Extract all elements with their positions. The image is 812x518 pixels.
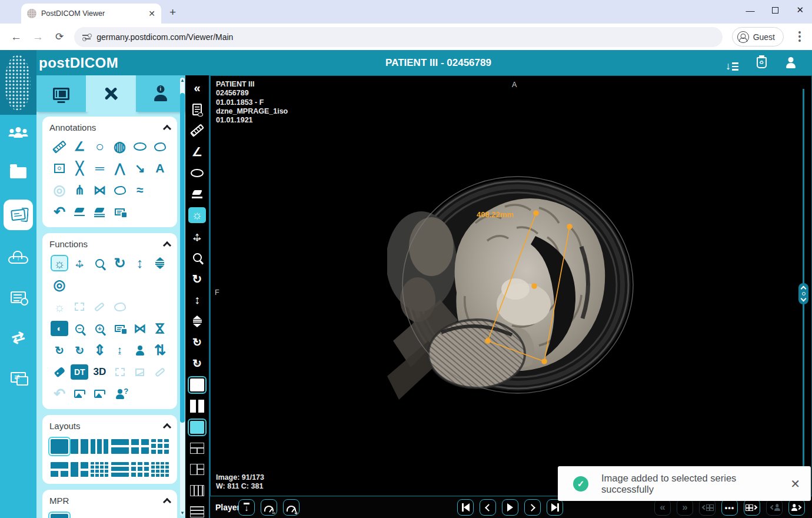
toolbar-scroll-tool[interactable]: ↕ (188, 292, 206, 308)
toolbar-eraser-tool[interactable] (188, 186, 206, 202)
sidebar-item-patient-list[interactable] (4, 119, 33, 145)
toolbar-layout-three-rows[interactable] (188, 504, 206, 518)
layout-2x2[interactable] (131, 439, 149, 454)
toolbar-ellipse-tool[interactable] (188, 165, 206, 181)
dt-tool[interactable]: DT (71, 364, 88, 380)
play-button[interactable] (502, 499, 518, 516)
layout-one-left-two-right[interactable] (71, 462, 88, 477)
panel-scrollbar[interactable]: ▲ ▼ (180, 78, 185, 516)
previous-layout-button[interactable] (699, 499, 716, 516)
tab-close-icon[interactable]: ✕ (148, 9, 155, 18)
toolbar-pan-tool[interactable] (188, 228, 206, 244)
image-viewport[interactable]: 408.22mm PATIENT III 02456789 01.01.1853… (210, 75, 812, 496)
speed-up-button[interactable] (283, 499, 299, 516)
site-settings-icon[interactable] (82, 34, 91, 41)
closed-freehand-tool[interactable] (111, 182, 129, 198)
previous-patient-button[interactable] (766, 499, 783, 516)
intersecting-lines-tool[interactable]: ⋔ (71, 182, 88, 198)
freehand-tool[interactable] (151, 138, 169, 155)
layout-4x4[interactable] (151, 462, 169, 477)
cobb-angle-tool[interactable]: ⋈ (91, 182, 108, 198)
toolbar-rotate-tool[interactable]: ↻ (188, 271, 206, 287)
toolbar-layout-one-plus-two[interactable] (188, 440, 206, 456)
layout-1x1[interactable] (51, 439, 68, 454)
patient-orientation-tool[interactable] (131, 342, 149, 358)
window-close-button[interactable]: ✕ (796, 5, 804, 15)
next-image-button[interactable] (524, 499, 541, 516)
probe-tool[interactable]: ◎ (51, 182, 68, 198)
url-text[interactable]: germany.postdicom.com/Viewer/Main (96, 32, 233, 42)
reset-window-level-tool[interactable]: ↻ (71, 342, 88, 358)
tab-patient-info[interactable] (136, 75, 185, 112)
next-patient-button[interactable] (788, 499, 805, 516)
toolbar-layout-single[interactable] (188, 377, 206, 393)
layout-3x1[interactable] (111, 462, 129, 477)
stack-scroll-tool[interactable] (151, 255, 169, 271)
scrollbar-thumb[interactable] (180, 93, 185, 423)
collapse-annotations-icon[interactable] (163, 125, 171, 133)
first-image-button[interactable] (457, 499, 474, 516)
speed-down-button[interactable] (261, 499, 277, 516)
image-scroll-thumb[interactable] (798, 283, 808, 304)
tab-tools[interactable] (86, 75, 135, 112)
layout-3x3-small[interactable] (131, 462, 149, 477)
parallel-lines-tool[interactable]: ═ (91, 160, 108, 177)
new-tab-button[interactable]: + (169, 6, 176, 19)
sidebar-item-remote-workstations[interactable] (4, 364, 33, 390)
filled-ellipse-tool[interactable]: ◍ (111, 138, 129, 155)
collapse-vertical-tool[interactable]: ↨ (111, 342, 129, 358)
select-region-tool[interactable] (71, 298, 88, 315)
freehand-region-tool[interactable] (111, 298, 129, 315)
window-level-tool[interactable]: ☼ (51, 255, 68, 271)
text-tool[interactable]: A (151, 160, 169, 177)
collapse-functions-icon[interactable] (163, 241, 171, 250)
sidebar-item-order-list[interactable] (4, 284, 33, 310)
invert-tool[interactable]: ◐ (51, 321, 68, 336)
layout-3x3[interactable] (151, 439, 169, 454)
toolbar-layout-split[interactable] (188, 398, 206, 414)
layout-1x2[interactable] (71, 439, 88, 454)
scroll-down-arrow[interactable]: ▼ (180, 510, 185, 516)
measurement-value[interactable]: 408.22mm (477, 210, 514, 219)
reload-button[interactable]: ⟳ (55, 31, 64, 43)
sidebar-item-sync[interactable]: ⇄ (4, 324, 33, 350)
sort-download-icon[interactable]: ↓ (724, 54, 740, 71)
scroll-tool[interactable]: ↕ (131, 255, 149, 271)
report-button[interactable] (188, 101, 206, 117)
select-box-tool[interactable] (111, 364, 129, 380)
window-level-region-tool[interactable]: ☼ (51, 298, 68, 315)
toolbar-angle-tool[interactable]: ∠ (188, 144, 206, 160)
reset-tool[interactable]: ↻ (51, 342, 68, 358)
window-maximize-button[interactable] (772, 7, 778, 14)
toolbar-reset-tool[interactable]: ↻ (188, 334, 206, 350)
circle-tool[interactable]: ○ (91, 138, 108, 155)
save-annotations-tool[interactable] (111, 204, 129, 220)
flip-vertical-tool[interactable]: ⋈ (152, 320, 168, 337)
browser-menu-button[interactable]: ••• (798, 31, 801, 43)
recycle-bin-icon[interactable]: ♻ (753, 54, 770, 71)
polyline-tool[interactable]: ⋀ (111, 160, 129, 177)
length-region-tool[interactable] (91, 298, 108, 315)
toolbar-ruler-tool[interactable] (188, 122, 206, 138)
undo-shape-tool[interactable]: ↶ (51, 386, 68, 402)
ruler-tool[interactable] (51, 138, 68, 155)
sidebar-item-cloud-upload[interactable]: ↑ (4, 244, 33, 270)
arrow-tool[interactable]: ↘ (131, 160, 149, 177)
toolbar-zoom-tool[interactable] (188, 250, 206, 265)
bone-tool[interactable] (151, 364, 169, 380)
last-image-button[interactable] (547, 499, 563, 516)
collapse-layouts-icon[interactable] (163, 423, 171, 431)
browser-profile-button[interactable]: Guest (732, 27, 784, 47)
more-options-button[interactable]: ••• (721, 499, 738, 516)
rotate-tool[interactable]: ↻ (111, 255, 129, 271)
sidebar-item-image-viewer[interactable] (4, 200, 33, 230)
export-video-button[interactable] (238, 499, 255, 516)
next-layout-button[interactable] (744, 499, 760, 516)
collapse-mpr-icon[interactable] (163, 498, 171, 506)
rectangle-tool[interactable] (51, 160, 68, 177)
toolbar-layout-selected[interactable] (188, 419, 206, 435)
layout-4x3[interactable] (91, 462, 108, 477)
3d-tool[interactable]: 3D (91, 364, 108, 380)
toolbar-layout-three-columns[interactable] (188, 483, 206, 499)
image-save-tool[interactable] (91, 386, 108, 402)
